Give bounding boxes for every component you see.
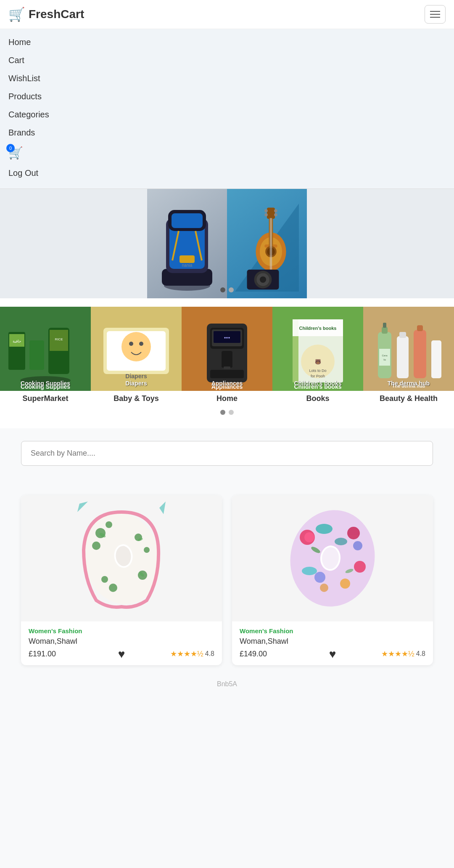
category-books[interactable]: Children's books 🐻 Lots to Do for Pooh C… — [272, 307, 363, 405]
svg-point-84 — [144, 547, 150, 553]
svg-point-101 — [335, 538, 347, 545]
category-name-beauty: Beauty & Health — [363, 391, 454, 405]
svg-text:for Pooh: for Pooh — [311, 374, 325, 378]
category-name-home: Home — [182, 391, 272, 405]
hamburger-line-3 — [430, 17, 440, 18]
svg-rect-71 — [399, 332, 406, 338]
wishlist-btn-2[interactable]: ♥ — [329, 648, 336, 661]
category-home[interactable]: ●●● Appliances Appliances Home — [182, 307, 272, 405]
product-rating-num-1: 4.8 — [205, 650, 214, 658]
logo-icon: 🛒 — [8, 6, 25, 22]
product-category-2: Women's Fashion — [240, 627, 425, 634]
nav-products[interactable]: Products — [8, 88, 446, 106]
cat-overlay-supermarket: Cooking Supplies — [0, 379, 91, 388]
svg-rect-54 — [210, 370, 244, 378]
svg-rect-68 — [382, 327, 388, 334]
svg-point-97 — [304, 532, 314, 542]
brand-name: FreshCart — [29, 8, 84, 21]
products-section: Women's Fashion Woman,Shawl £191.00 ★★★★… — [0, 483, 454, 674]
svg-text:حافية: حافية — [13, 339, 21, 343]
svg-point-86 — [101, 576, 108, 583]
svg-point-104 — [320, 584, 328, 592]
svg-point-16 — [264, 209, 268, 212]
svg-point-102 — [302, 567, 317, 575]
cart-badge: 0 — [6, 144, 15, 152]
product-card-2: Women's Fashion Woman,Shawl £149.00 ★★★★… — [232, 495, 433, 665]
svg-text:Cera: Cera — [382, 354, 388, 357]
nav-categories[interactable]: Categories — [8, 106, 446, 124]
cat-overlay-books: Children's books — [272, 379, 363, 388]
svg-point-108 — [353, 541, 362, 550]
svg-text:Lots to Do: Lots to Do — [309, 369, 326, 373]
cat-overlay-home: Appliances — [182, 379, 272, 388]
svg-rect-75 — [379, 349, 390, 366]
footer-watermark: Bnb5A — [0, 674, 454, 695]
svg-point-44 — [139, 342, 143, 346]
category-name-books: Books — [272, 391, 363, 405]
svg-text:Children's books: Children's books — [299, 326, 337, 331]
scarf-1-svg — [75, 499, 168, 617]
svg-point-82 — [92, 542, 100, 550]
nav-logout[interactable]: Log Out — [8, 164, 446, 182]
svg-point-43 — [129, 342, 133, 346]
nav-home[interactable]: Home — [8, 33, 446, 51]
product-price-1: £191.00 — [29, 650, 56, 658]
cat-dot-2[interactable] — [229, 410, 234, 415]
svg-point-100 — [316, 524, 333, 534]
nav-menu: Home Cart WishList Products Categories B… — [0, 29, 454, 189]
nav-brands[interactable]: Brands — [8, 124, 446, 142]
hamburger-line-1 — [430, 11, 440, 12]
hamburger-button[interactable] — [425, 5, 446, 24]
products-title-wrap — [0, 470, 454, 483]
product-name-1: Woman,Shawl — [29, 637, 214, 646]
hamburger-line-2 — [430, 14, 440, 15]
svg-rect-73 — [417, 325, 423, 331]
svg-rect-69 — [383, 323, 386, 328]
product-stars-2: ★★★★½ — [381, 649, 414, 658]
svg-point-17 — [264, 213, 268, 217]
banner-dot-1[interactable] — [220, 287, 225, 292]
search-section — [0, 428, 454, 470]
category-supermarket[interactable]: حافية RICE Cooking Supplies Cooking Supp… — [0, 307, 91, 405]
header: 🛒 FreshCart — [0, 0, 454, 29]
svg-text:●●●: ●●● — [224, 336, 230, 340]
product-rating-num-2: 4.8 — [416, 650, 425, 658]
svg-point-103 — [340, 579, 350, 589]
wishlist-btn-1[interactable]: ♥ — [118, 648, 125, 661]
category-img-baby: Diapers — [91, 307, 182, 391]
product-card-1: Women's Fashion Woman,Shawl £191.00 ★★★★… — [21, 495, 222, 665]
product-rating-1: ★★★★½ 4.8 — [170, 649, 214, 658]
svg-marker-93 — [77, 502, 88, 512]
category-img-supermarket: حافية RICE Cooking Supplies — [0, 307, 91, 391]
nav-cart[interactable]: Cart — [8, 51, 446, 69]
search-input[interactable] — [21, 441, 433, 466]
svg-text:🐻: 🐻 — [315, 358, 321, 365]
guitar-speaker-svg — [227, 193, 307, 294]
banner-slider: nania — [0, 189, 454, 298]
svg-rect-8 — [179, 255, 195, 263]
cart-icon-wrap[interactable]: 0 🛒 — [8, 146, 23, 160]
product-price-2: £149.00 — [240, 650, 267, 658]
product-name-2: Woman,Shawl — [240, 637, 425, 646]
svg-point-98 — [347, 527, 360, 539]
category-img-beauty: Cera Ve The derma hub — [363, 307, 454, 391]
scarf-2-svg — [282, 499, 383, 617]
car-seat-svg: nania — [149, 193, 225, 294]
category-baby[interactable]: Diapers Diapers Baby & Toys — [91, 307, 182, 405]
product-img-1 — [21, 495, 222, 621]
category-name-baby: Baby & Toys — [91, 391, 182, 405]
svg-rect-52 — [222, 351, 232, 368]
svg-rect-15 — [267, 208, 275, 219]
svg-point-18 — [274, 209, 277, 212]
svg-rect-33 — [29, 340, 44, 370]
product-rating-2: ★★★★½ 4.8 — [381, 649, 425, 658]
banner-dot-2[interactable] — [229, 287, 234, 292]
nav-wishlist[interactable]: WishList — [8, 69, 446, 88]
category-beauty[interactable]: Cera Ve The derma hub The derma hub Beau… — [363, 307, 454, 405]
cat-overlay-beauty: The derma hub — [363, 379, 454, 388]
svg-point-81 — [106, 521, 112, 528]
svg-marker-94 — [159, 502, 166, 514]
banner-dots — [220, 287, 234, 292]
cat-dot-1[interactable] — [220, 410, 225, 415]
svg-point-107 — [314, 572, 325, 583]
